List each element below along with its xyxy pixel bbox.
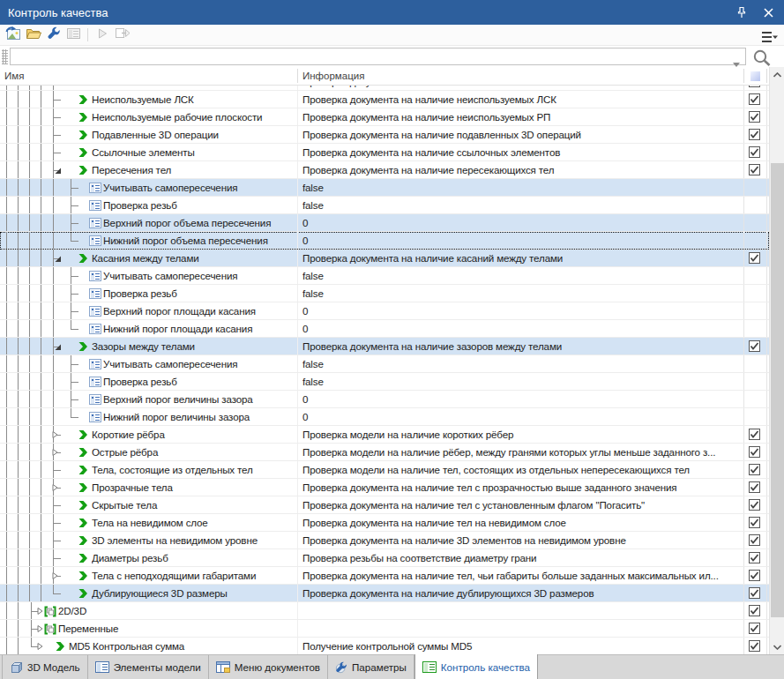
close-icon[interactable] bbox=[761, 4, 775, 20]
collapse-icon[interactable] bbox=[54, 343, 62, 351]
row-checkbox[interactable] bbox=[749, 111, 760, 123]
tree-guide-line bbox=[18, 338, 19, 354]
tree-guide-line bbox=[18, 408, 19, 425]
open-file-button[interactable] bbox=[23, 26, 43, 44]
row-checkbox[interactable] bbox=[749, 86, 760, 87]
tree-row[interactable]: Проверка резьбfalse bbox=[0, 285, 769, 302]
tree-row[interactable]: Нижний порог площади касания0 bbox=[0, 320, 769, 338]
tree-row[interactable]: 2D/3D bbox=[0, 602, 769, 620]
tab-quality-control[interactable]: Контроль качества bbox=[414, 654, 538, 679]
tree-row[interactable]: Зазоры между теламиПроверка документа на… bbox=[0, 338, 769, 355]
tree-row[interactable]: Верхний порог объема пересечения0 bbox=[0, 214, 769, 232]
scrollbar-thumb[interactable] bbox=[771, 163, 784, 617]
tree-row[interactable]: Прозрачные телаПроверка документа на нал… bbox=[0, 479, 769, 496]
row-checkbox[interactable] bbox=[749, 499, 760, 511]
run-check-button[interactable] bbox=[92, 26, 112, 44]
tree-row[interactable]: Неиспользуемые ЛСКПроверка документа на … bbox=[0, 91, 769, 108]
collapse-icon[interactable] bbox=[54, 255, 62, 263]
scroll-up-icon[interactable] bbox=[770, 67, 784, 82]
expand-icon[interactable] bbox=[50, 483, 59, 492]
tree-row[interactable]: Нижний порог объема пересечения0 bbox=[0, 232, 769, 250]
tree-row[interactable]: Диаметры резьбПроверка резьбы на соответ… bbox=[0, 549, 769, 567]
filter-dropdown-icon[interactable] bbox=[733, 55, 740, 59]
row-checkbox[interactable] bbox=[749, 164, 760, 175]
row-checkbox[interactable] bbox=[749, 552, 760, 563]
tree-row[interactable]: 3D элементы на невидимом уровнеПроверка … bbox=[0, 532, 769, 549]
tab-model-elements[interactable]: Элементы модели bbox=[88, 655, 209, 679]
pin-icon[interactable] bbox=[735, 4, 749, 20]
tree-row[interactable]: Переменные bbox=[0, 620, 769, 638]
filter-input[interactable] bbox=[10, 48, 746, 65]
expand-icon[interactable] bbox=[35, 607, 44, 616]
properties-form-icon bbox=[66, 27, 81, 43]
tab-parameters[interactable]: Параметры bbox=[328, 655, 414, 679]
tree-row[interactable]: Верхний порог площади касания0 bbox=[0, 302, 769, 320]
tree-row[interactable]: Ссылочные элементыПроверка документа на … bbox=[0, 144, 769, 161]
tree-row[interactable]: Учитывать самопересеченияfalse bbox=[0, 267, 769, 285]
row-checkbox[interactable] bbox=[749, 146, 760, 158]
tree-row[interactable]: Проверка резьбfalse bbox=[0, 197, 769, 214]
row-checkbox[interactable] bbox=[749, 429, 760, 440]
row-checkbox[interactable] bbox=[749, 340, 760, 352]
tree-row[interactable]: MD5 Контрольная суммаПолучение контрольн… bbox=[0, 638, 769, 654]
list-menu-icon[interactable] bbox=[759, 27, 780, 46]
tree-row[interactable]: Учитывать самопересеченияfalse bbox=[0, 179, 769, 197]
tree-branch-line bbox=[53, 585, 54, 593]
row-checkbox[interactable] bbox=[749, 481, 760, 493]
expand-icon[interactable] bbox=[35, 642, 44, 651]
expand-icon[interactable] bbox=[50, 448, 59, 457]
tree-row[interactable]: Нижний порог величины зазора0 bbox=[0, 408, 769, 426]
settings-button[interactable] bbox=[43, 26, 63, 44]
row-info: Получение контрольной суммы MD5 bbox=[302, 638, 742, 654]
collapse-icon[interactable] bbox=[54, 167, 62, 175]
column-header-info[interactable]: Информация bbox=[302, 71, 364, 81]
expand-icon[interactable] bbox=[35, 624, 44, 633]
expand-icon[interactable] bbox=[50, 430, 59, 439]
tree-guide-line bbox=[18, 444, 19, 460]
row-checkbox[interactable] bbox=[749, 623, 760, 634]
row-checkbox[interactable] bbox=[749, 517, 760, 528]
row-info: Проверка резьбы на соответствие диаметру… bbox=[302, 549, 742, 566]
tree-row[interactable]: Короткие рёбраПроверка модели на наличие… bbox=[0, 426, 769, 444]
row-checkbox[interactable] bbox=[749, 446, 760, 458]
row-checkbox[interactable] bbox=[749, 252, 760, 264]
row-name: Дублирующиеся 3D размеры bbox=[92, 585, 297, 601]
search-icon[interactable] bbox=[750, 48, 773, 67]
tree-row[interactable]: Подавленные 3D операцииПроверка документ… bbox=[0, 126, 769, 144]
row-checkbox[interactable] bbox=[749, 605, 760, 616]
update-preview-button[interactable] bbox=[3, 26, 23, 44]
tree-row[interactable]: Верхний порог величины зазора0 bbox=[0, 391, 769, 408]
tree-row[interactable]: Проверка резьбfalse bbox=[0, 373, 769, 391]
tree-row[interactable]: Острые рёбраПроверка модели на наличие р… bbox=[0, 444, 769, 461]
expand-icon[interactable] bbox=[50, 571, 59, 580]
tab-doc-menu[interactable]: Меню документов bbox=[209, 655, 328, 679]
tree-guide-line bbox=[29, 179, 30, 196]
tree-row[interactable]: Скрытые телаПроверка документа на наличи… bbox=[0, 496, 769, 514]
properties-button[interactable] bbox=[63, 26, 84, 44]
row-checkbox[interactable] bbox=[749, 640, 760, 652]
filter-grip[interactable] bbox=[2, 49, 8, 64]
row-checkbox[interactable] bbox=[749, 534, 760, 546]
tab-3d-model[interactable]: 3D Модель bbox=[2, 655, 88, 679]
export-results-button[interactable] bbox=[112, 26, 132, 44]
tree-row[interactable]: Пересечения телПроверка документа на нал… bbox=[0, 161, 769, 179]
tree-guide-line bbox=[6, 567, 7, 584]
row-checkbox[interactable] bbox=[749, 464, 760, 475]
column-divider bbox=[743, 479, 744, 496]
tree-row[interactable]: Тела, состоящие из отдельных телПроверка… bbox=[0, 461, 769, 479]
tree-row[interactable]: Тела на невидимом слоеПроверка документа… bbox=[0, 514, 769, 532]
tree-row[interactable]: Неиспользуемые рабочие плоскостиПроверка… bbox=[0, 108, 769, 126]
property-icon bbox=[89, 306, 101, 317]
vertical-scrollbar[interactable] bbox=[769, 67, 784, 654]
tree-branch-stub bbox=[71, 382, 78, 383]
row-checkbox[interactable] bbox=[749, 587, 760, 599]
row-checkbox[interactable] bbox=[749, 570, 760, 581]
tree-row[interactable]: Дублирующиеся 3D размерыПроверка докумен… bbox=[0, 585, 769, 602]
tree-row[interactable]: Учитывать самопересеченияfalse bbox=[0, 355, 769, 373]
scroll-down-icon[interactable] bbox=[770, 639, 784, 654]
tree-row[interactable]: Касания между теламиПроверка документа н… bbox=[0, 250, 769, 267]
tree-row[interactable]: Тела с неподходящими габаритамиПроверка … bbox=[0, 567, 769, 585]
column-header-name[interactable]: Имя bbox=[4, 71, 24, 81]
row-checkbox[interactable] bbox=[749, 93, 760, 105]
row-checkbox[interactable] bbox=[749, 129, 760, 140]
